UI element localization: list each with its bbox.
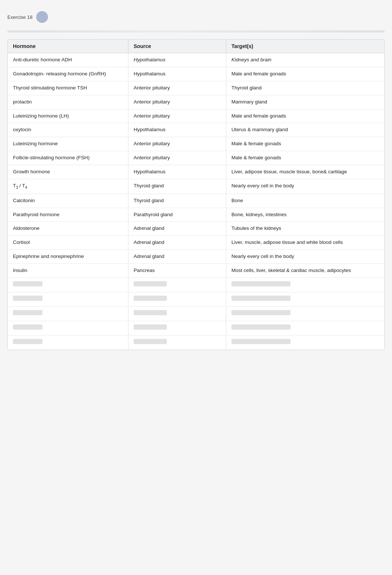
cell-target: Tubules of the kidneys — [226, 222, 384, 236]
cell-source: Anterior pituitary — [128, 95, 226, 109]
cell-target-blurred — [226, 321, 384, 335]
cell-hormone: Insulin — [8, 264, 128, 278]
cell-source: Adrenal gland — [128, 222, 226, 236]
cell-source: Adrenal gland — [128, 236, 226, 250]
cell-hormone: Luteinizing hormone — [8, 137, 128, 151]
hormone-table-container: Hormone Source Target(s) Anti-diuretic h… — [7, 39, 385, 350]
table-row: Anti-diuretic hormone ADHHypothalamusKid… — [8, 53, 384, 67]
cell-target: Liver, muscle, adipose tissue and white … — [226, 236, 384, 250]
table-row: Luteinizing hormoneAnterior pituitaryMal… — [8, 137, 384, 151]
cell-source: Hypothalamus — [128, 123, 226, 137]
table-row: Parathyroid hormoneParathyroid glandBone… — [8, 208, 384, 222]
cell-source: Hypothalamus — [128, 67, 226, 81]
cell-target: Male and female gonads — [226, 109, 384, 123]
cell-hormone: Thyroid stimulating hormone TSH — [8, 81, 128, 95]
cell-hormone: Epinephrine and norepinephrine — [8, 250, 128, 264]
table-header-row: Hormone Source Target(s) — [8, 40, 384, 53]
cell-target: Male & female gonads — [226, 137, 384, 151]
cell-source: Hypothalamus — [128, 53, 226, 67]
cell-target: Bone, kidneys, intestines — [226, 208, 384, 222]
cell-hormone: Cortisol — [8, 236, 128, 250]
cell-hormone: Parathyroid hormone — [8, 208, 128, 222]
table-row-blurred — [8, 321, 384, 335]
col-header-hormone: Hormone — [8, 40, 128, 53]
table-row-blurred — [8, 292, 384, 306]
cell-hormone: Calcitonin — [8, 194, 128, 208]
cell-target: Thyroid gland — [226, 81, 384, 95]
cell-hormone-blurred — [8, 278, 128, 292]
table-row-blurred — [8, 306, 384, 321]
table-row: Gonadotropin- releasing hormone (GnRH)Hy… — [8, 67, 384, 81]
cell-target: Nearly every cell in the body — [226, 179, 384, 194]
cell-source: Adrenal gland — [128, 250, 226, 264]
cell-source-blurred — [128, 321, 226, 335]
table-row: CalcitoninThyroid glandBone — [8, 194, 384, 208]
cell-hormone-blurred — [8, 335, 128, 349]
cell-source: Anterior pituitary — [128, 151, 226, 165]
cell-source: Anterior pituitary — [128, 109, 226, 123]
table-row: oxytocinHypothalamusUterus & mammary gla… — [8, 123, 384, 137]
table-row-blurred — [8, 335, 384, 349]
cell-target: Bone — [226, 194, 384, 208]
cell-source: Pancreas — [128, 264, 226, 278]
table-row: InsulinPancreasMost cells, liver, skelet… — [8, 264, 384, 278]
cell-hormone: Aldosterone — [8, 222, 128, 236]
cell-target-blurred — [226, 292, 384, 306]
col-header-source: Source — [128, 40, 226, 53]
divider-bar — [7, 30, 385, 33]
table-row: AldosteroneAdrenal glandTubules of the k… — [8, 222, 384, 236]
cell-target: Most cells, liver, skeletal & cardiac mu… — [226, 264, 384, 278]
cell-hormone: Luteinizing hormone (LH) — [8, 109, 128, 123]
cell-target-blurred — [226, 335, 384, 349]
table-row-blurred — [8, 278, 384, 292]
table-row: Luteinizing hormone (LH)Anterior pituita… — [8, 109, 384, 123]
cell-hormone: Anti-diuretic hormone ADH — [8, 53, 128, 67]
cell-target-blurred — [226, 278, 384, 292]
cell-source-blurred — [128, 306, 226, 321]
cell-hormone: Follicle-stimulating hormone (FSH) — [8, 151, 128, 165]
cell-source: Parathyroid gland — [128, 208, 226, 222]
cell-source: Thyroid gland — [128, 179, 226, 194]
cell-target: Kidneys and brain — [226, 53, 384, 67]
col-header-target: Target(s) — [226, 40, 384, 53]
cell-source-blurred — [128, 335, 226, 349]
cell-target: Mammary gland — [226, 95, 384, 109]
cell-target: Male & female gonads — [226, 151, 384, 165]
cell-target-blurred — [226, 306, 384, 321]
cell-hormone: oxytocin — [8, 123, 128, 137]
cell-hormone-blurred — [8, 306, 128, 321]
cell-source: Thyroid gland — [128, 194, 226, 208]
exercise-label: Exercise 18 — [7, 14, 32, 20]
cell-hormone: Growth hormone — [8, 165, 128, 179]
cell-target: Uterus & mammary gland — [226, 123, 384, 137]
cell-hormone: T3 / T4 — [8, 179, 128, 194]
table-row: prolactinAnterior pituitaryMammary gland — [8, 95, 384, 109]
table-row: Thyroid stimulating hormone TSHAnterior … — [8, 81, 384, 95]
table-row: T3 / T4Thyroid glandNearly every cell in… — [8, 179, 384, 194]
cell-target: Liver, adipose tissue, muscle tissue, bo… — [226, 165, 384, 179]
cell-source-blurred — [128, 278, 226, 292]
cell-hormone: prolactin — [8, 95, 128, 109]
cell-source: Anterior pituitary — [128, 137, 226, 151]
cell-hormone: Gonadotropin- releasing hormone (GnRH) — [8, 67, 128, 81]
cell-source-blurred — [128, 292, 226, 306]
table-row: Follicle-stimulating hormone (FSH)Anteri… — [8, 151, 384, 165]
cell-source: Hypothalamus — [128, 165, 226, 179]
avatar-blob — [36, 11, 48, 23]
cell-target: Male and female gonads — [226, 67, 384, 81]
table-row: Epinephrine and norepinephrineAdrenal gl… — [8, 250, 384, 264]
cell-hormone-blurred — [8, 292, 128, 306]
page-header: Exercise 18 — [7, 11, 385, 23]
table-row: Growth hormoneHypothalamusLiver, adipose… — [8, 165, 384, 179]
hormone-table: Hormone Source Target(s) Anti-diuretic h… — [8, 40, 384, 350]
table-row: CortisolAdrenal glandLiver, muscle, adip… — [8, 236, 384, 250]
cell-target: Nearly every cell in the body — [226, 250, 384, 264]
cell-hormone-blurred — [8, 321, 128, 335]
cell-source: Anterior pituitary — [128, 81, 226, 95]
